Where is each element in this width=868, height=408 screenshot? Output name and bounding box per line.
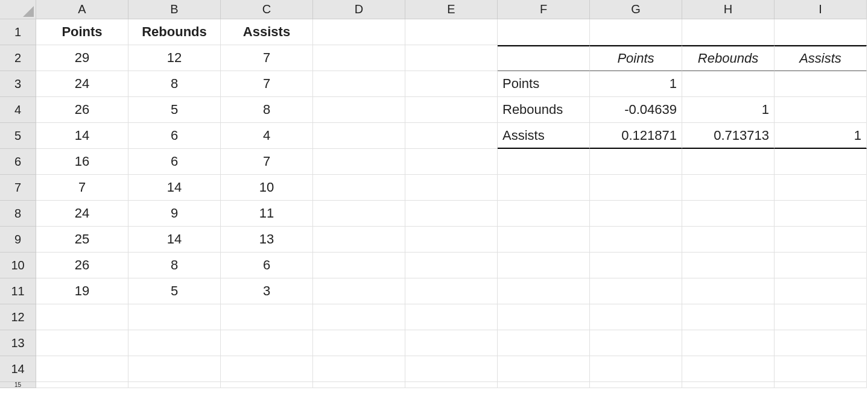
cell-E5[interactable] xyxy=(405,123,498,149)
row-header-13[interactable]: 13 xyxy=(0,330,36,356)
cell-G15[interactable] xyxy=(590,382,682,388)
cell-H13[interactable] xyxy=(682,330,775,356)
row-header-1[interactable]: 1 xyxy=(0,19,36,45)
cell-I1[interactable] xyxy=(775,19,867,45)
cell-C12[interactable] xyxy=(221,304,313,330)
cell-E4[interactable] xyxy=(405,97,498,123)
cell-A8[interactable]: 24 xyxy=(36,201,128,227)
cell-D2[interactable] xyxy=(313,45,405,71)
cell-C7[interactable]: 10 xyxy=(221,175,313,201)
cell-B13[interactable] xyxy=(128,330,221,356)
cell-B15[interactable] xyxy=(128,382,221,388)
row-header-3[interactable]: 3 xyxy=(0,71,36,97)
cell-A13[interactable] xyxy=(36,330,128,356)
cell-E9[interactable] xyxy=(405,227,498,253)
cell-B3[interactable]: 8 xyxy=(128,71,221,97)
cell-F9[interactable] xyxy=(498,227,590,253)
cell-G5[interactable]: 0.121871 xyxy=(590,123,682,149)
cell-D8[interactable] xyxy=(313,201,405,227)
cell-G13[interactable] xyxy=(590,330,682,356)
cell-G11[interactable] xyxy=(590,278,682,304)
cell-A15[interactable] xyxy=(36,382,128,388)
cell-D3[interactable] xyxy=(313,71,405,97)
cell-G14[interactable] xyxy=(590,356,682,382)
cell-B1[interactable]: Rebounds xyxy=(128,19,221,45)
cell-H3[interactable] xyxy=(682,71,775,97)
cell-H12[interactable] xyxy=(682,304,775,330)
cell-F8[interactable] xyxy=(498,201,590,227)
row-header-15[interactable]: 15 xyxy=(0,382,36,388)
cell-D7[interactable] xyxy=(313,175,405,201)
cell-G8[interactable] xyxy=(590,201,682,227)
cell-A7[interactable]: 7 xyxy=(36,175,128,201)
cell-E13[interactable] xyxy=(405,330,498,356)
cell-E8[interactable] xyxy=(405,201,498,227)
row-header-4[interactable]: 4 xyxy=(0,97,36,123)
cell-F1[interactable] xyxy=(498,19,590,45)
cell-F5[interactable]: Assists xyxy=(498,123,590,149)
cell-C9[interactable]: 13 xyxy=(221,227,313,253)
cell-F13[interactable] xyxy=(498,330,590,356)
cell-I3[interactable] xyxy=(775,71,867,97)
cell-D10[interactable] xyxy=(313,253,405,278)
cell-G6[interactable] xyxy=(590,149,682,175)
col-header-C[interactable]: C xyxy=(221,0,313,19)
cell-H15[interactable] xyxy=(682,382,775,388)
col-header-H[interactable]: H xyxy=(682,0,775,19)
cell-B14[interactable] xyxy=(128,356,221,382)
cell-B2[interactable]: 12 xyxy=(128,45,221,71)
cell-D12[interactable] xyxy=(313,304,405,330)
cell-H9[interactable] xyxy=(682,227,775,253)
cell-C5[interactable]: 4 xyxy=(221,123,313,149)
cell-C6[interactable]: 7 xyxy=(221,149,313,175)
cell-F15[interactable] xyxy=(498,382,590,388)
cell-A9[interactable]: 25 xyxy=(36,227,128,253)
cell-H8[interactable] xyxy=(682,201,775,227)
cell-G1[interactable] xyxy=(590,19,682,45)
cell-A1[interactable]: Points xyxy=(36,19,128,45)
cell-D11[interactable] xyxy=(313,278,405,304)
cell-A2[interactable]: 29 xyxy=(36,45,128,71)
cell-B4[interactable]: 5 xyxy=(128,97,221,123)
cell-G3[interactable]: 1 xyxy=(590,71,682,97)
row-header-10[interactable]: 10 xyxy=(0,253,36,278)
row-header-12[interactable]: 12 xyxy=(0,304,36,330)
cell-D14[interactable] xyxy=(313,356,405,382)
cell-I12[interactable] xyxy=(775,304,867,330)
row-header-6[interactable]: 6 xyxy=(0,149,36,175)
cell-F2[interactable] xyxy=(498,45,590,71)
cell-H4[interactable]: 1 xyxy=(682,97,775,123)
cell-C2[interactable]: 7 xyxy=(221,45,313,71)
cell-E15[interactable] xyxy=(405,382,498,388)
col-header-D[interactable]: D xyxy=(313,0,405,19)
cell-I7[interactable] xyxy=(775,175,867,201)
cell-F11[interactable] xyxy=(498,278,590,304)
cell-A10[interactable]: 26 xyxy=(36,253,128,278)
cell-B6[interactable]: 6 xyxy=(128,149,221,175)
cell-H5[interactable]: 0.713713 xyxy=(682,123,775,149)
cell-G7[interactable] xyxy=(590,175,682,201)
cell-H2[interactable]: Rebounds xyxy=(682,45,775,71)
cell-A6[interactable]: 16 xyxy=(36,149,128,175)
cell-C3[interactable]: 7 xyxy=(221,71,313,97)
cell-I14[interactable] xyxy=(775,356,867,382)
row-header-7[interactable]: 7 xyxy=(0,175,36,201)
cell-B5[interactable]: 6 xyxy=(128,123,221,149)
cell-C10[interactable]: 6 xyxy=(221,253,313,278)
cell-C11[interactable]: 3 xyxy=(221,278,313,304)
cell-F7[interactable] xyxy=(498,175,590,201)
cell-F6[interactable] xyxy=(498,149,590,175)
cell-B8[interactable]: 9 xyxy=(128,201,221,227)
cell-G2[interactable]: Points xyxy=(590,45,682,71)
cell-F10[interactable] xyxy=(498,253,590,278)
cell-A11[interactable]: 19 xyxy=(36,278,128,304)
cell-G4[interactable]: -0.04639 xyxy=(590,97,682,123)
cell-A3[interactable]: 24 xyxy=(36,71,128,97)
cell-I5[interactable]: 1 xyxy=(775,123,867,149)
cell-D9[interactable] xyxy=(313,227,405,253)
cell-H10[interactable] xyxy=(682,253,775,278)
row-header-14[interactable]: 14 xyxy=(0,356,36,382)
cell-D13[interactable] xyxy=(313,330,405,356)
cell-H11[interactable] xyxy=(682,278,775,304)
cell-F4[interactable]: Rebounds xyxy=(498,97,590,123)
